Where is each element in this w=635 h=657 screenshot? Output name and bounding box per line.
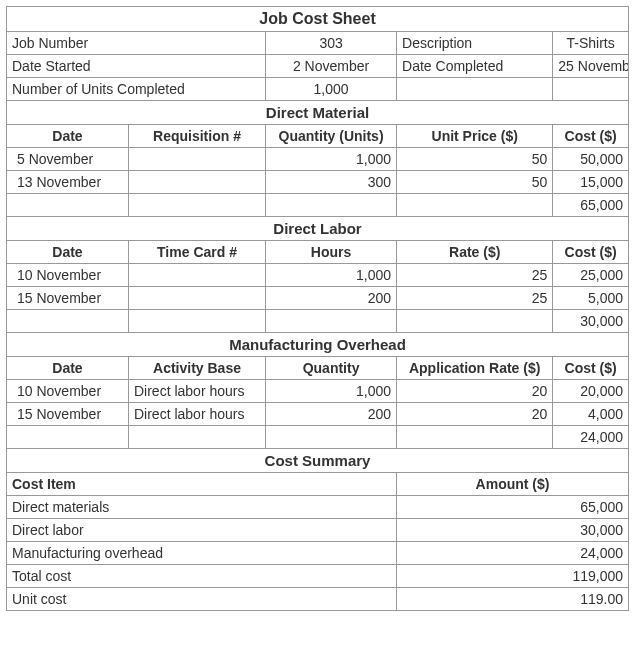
dm-cost: 15,000 [553,171,629,194]
dl-rate: 25 [397,264,553,287]
label-job-number: Job Number [7,32,266,55]
moh-hdr-cost: Cost ($) [553,357,629,380]
label-date-started: Date Started [7,55,266,78]
dm-total-row: 65,000 [7,194,629,217]
summary-item: Unit cost [7,588,397,611]
blank-cell [128,194,265,217]
blank-cell [397,78,553,101]
dm-hdr-cost: Cost ($) [553,125,629,148]
dm-hdr-date: Date [7,125,129,148]
blank-cell [553,78,629,101]
value-date-started: 2 November [266,55,397,78]
dm-hdr-unit-price: Unit Price ($) [397,125,553,148]
dl-total-row: 30,000 [7,310,629,333]
label-date-completed: Date Completed [397,55,553,78]
dl-hdr-cost: Cost ($) [553,241,629,264]
dl-hdr-timecard: Time Card # [128,241,265,264]
section-direct-material: Direct Material [7,101,629,125]
dl-cost: 25,000 [553,264,629,287]
label-description: Description [397,32,553,55]
summary-item: Manufacturing overhead [7,542,397,565]
blank-cell [128,310,265,333]
moh-hdr-rate: Application Rate ($) [397,357,553,380]
blank-cell [128,426,265,449]
moh-rate: 20 [397,403,553,426]
blank-cell [397,194,553,217]
dm-total: 65,000 [553,194,629,217]
moh-date: 10 November [7,380,129,403]
dm-date: 13 November [7,171,129,194]
moh-hdr-base: Activity Base [128,357,265,380]
summary-amount: 65,000 [397,496,629,519]
summary-item: Total cost [7,565,397,588]
dl-hrs: 1,000 [266,264,397,287]
dl-total: 30,000 [553,310,629,333]
table-row: 10 November 1,000 25 25,000 [7,264,629,287]
dm-cost: 50,000 [553,148,629,171]
summary-amount: 119.00 [397,588,629,611]
job-cost-sheet: Job Cost Sheet Job Number 303 Descriptio… [6,6,629,611]
table-row: 10 November Direct labor hours 1,000 20 … [7,380,629,403]
table-row: Direct labor 30,000 [7,519,629,542]
dm-qty: 1,000 [266,148,397,171]
table-row: 15 November Direct labor hours 200 20 4,… [7,403,629,426]
dl-tc [128,264,265,287]
moh-cost: 4,000 [553,403,629,426]
dl-date: 15 November [7,287,129,310]
table-row: Direct materials 65,000 [7,496,629,519]
dm-date: 5 November [7,148,129,171]
moh-cost: 20,000 [553,380,629,403]
dm-price: 50 [397,171,553,194]
moh-qty: 1,000 [266,380,397,403]
table-row: Manufacturing overhead 24,000 [7,542,629,565]
blank-cell [266,194,397,217]
dl-hdr-rate: Rate ($) [397,241,553,264]
section-moh: Manufacturing Overhead [7,333,629,357]
blank-cell [266,426,397,449]
dm-req [128,171,265,194]
dl-hdr-hours: Hours [266,241,397,264]
section-direct-labor: Direct Labor [7,217,629,241]
summary-item: Direct materials [7,496,397,519]
summary-amount: 119,000 [397,565,629,588]
moh-rate: 20 [397,380,553,403]
summary-hdr-item: Cost Item [7,473,397,496]
blank-cell [7,194,129,217]
dm-hdr-requisition: Requisition # [128,125,265,148]
moh-hdr-qty: Quantity [266,357,397,380]
label-units-completed: Number of Units Completed [7,78,266,101]
summary-amount: 30,000 [397,519,629,542]
moh-hdr-date: Date [7,357,129,380]
blank-cell [397,426,553,449]
blank-cell [397,310,553,333]
table-row: Unit cost 119.00 [7,588,629,611]
dl-hrs: 200 [266,287,397,310]
blank-cell [7,426,129,449]
blank-cell [266,310,397,333]
moh-qty: 200 [266,403,397,426]
summary-amount: 24,000 [397,542,629,565]
dl-rate: 25 [397,287,553,310]
blank-cell [7,310,129,333]
dm-price: 50 [397,148,553,171]
table-row: 13 November 300 50 15,000 [7,171,629,194]
moh-base: Direct labor hours [128,403,265,426]
section-cost-summary: Cost Summary [7,449,629,473]
dl-date: 10 November [7,264,129,287]
dm-hdr-quantity: Quantity (Units) [266,125,397,148]
moh-total: 24,000 [553,426,629,449]
moh-base: Direct labor hours [128,380,265,403]
table-row: 5 November 1,000 50 50,000 [7,148,629,171]
summary-hdr-amount: Amount ($) [397,473,629,496]
sheet-title: Job Cost Sheet [7,7,629,32]
table-row: 15 November 200 25 5,000 [7,287,629,310]
summary-item: Direct labor [7,519,397,542]
moh-date: 15 November [7,403,129,426]
dm-req [128,148,265,171]
value-job-number: 303 [266,32,397,55]
dl-hdr-date: Date [7,241,129,264]
value-date-completed: 25 November [553,55,629,78]
dm-qty: 300 [266,171,397,194]
table-row: Total cost 119,000 [7,565,629,588]
moh-total-row: 24,000 [7,426,629,449]
